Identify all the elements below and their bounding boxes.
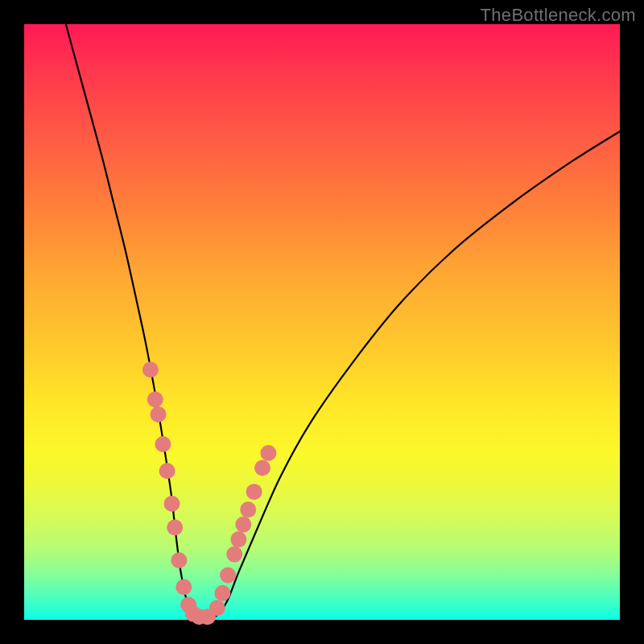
marker-point [155,436,171,452]
marker-point [220,568,236,584]
marker-point [151,407,167,423]
marker-point [164,496,180,512]
marker-point [175,579,192,595]
marker-point [142,361,159,378]
marker-point [159,463,175,479]
marker-point [246,484,262,500]
marker-point [214,585,230,601]
marker-point [167,519,183,535]
marker-point [260,445,276,461]
marker-point [171,552,187,568]
marker-point [235,517,251,533]
marker-point [226,547,242,563]
marker-point [209,600,225,616]
marker-point [147,391,163,407]
marker-point [230,531,246,547]
watermark: TheBottleneck.com [481,5,636,26]
marker-point [240,502,256,518]
marker-group [142,361,277,625]
chart-svg [24,24,620,620]
marker-point [254,460,270,476]
bottleneck-curve [66,24,620,619]
